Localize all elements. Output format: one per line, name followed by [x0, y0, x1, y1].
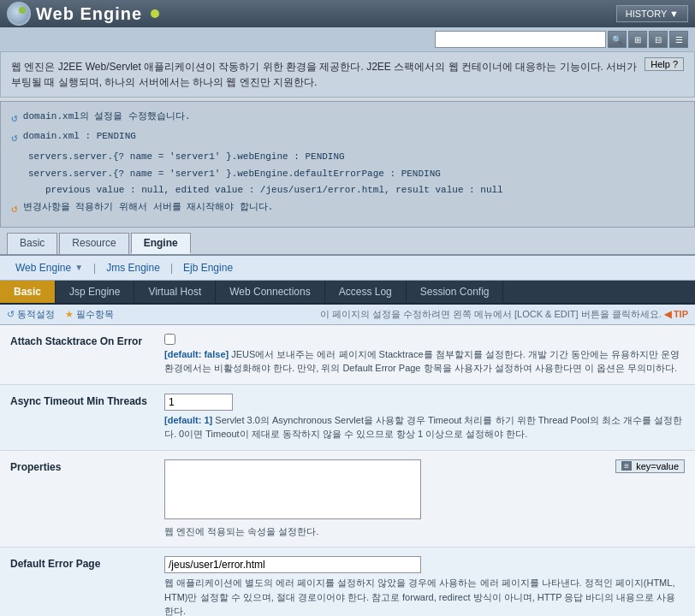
form-row-properties: Properties 웹 엔진에 적용되는 속성을 설정한다. ≡ key=va… — [0, 451, 695, 548]
info-description: 웹 엔진은 J2EE Web/Servlet 애플리케이션이 작동하기 위한 환… — [11, 61, 637, 88]
status-line-4: servers.server.{? name = 'server1' }.web… — [11, 166, 684, 183]
content-default-error-page: 웹 애플리케이션에 별도의 에러 페이지를 설정하지 않았을 경우에 사용하는 … — [164, 556, 685, 616]
status-text-6: 변경사항을 적용하기 위해서 서버를 재시작해야 합니다. — [23, 199, 274, 216]
required-label: 필수항목 — [76, 308, 114, 321]
inner-tabs: Basic Jsp Engine Virtual Host Web Connec… — [0, 281, 695, 305]
kv-icon: ≡ — [621, 461, 632, 471]
required-settings[interactable]: ★ 필수항목 — [65, 308, 114, 321]
settings-info-text: 이 페이지의 설정을 수정하려면 왼쪽 메뉴에서 [LOCK & EDIT] 버… — [320, 309, 662, 319]
status-line-5: previous value : null, edited value : /j… — [11, 182, 684, 199]
async-timeout-input[interactable] — [164, 394, 233, 411]
subnav-web-engine[interactable]: Web Engine ▼ — [7, 259, 92, 276]
tab-engine[interactable]: Engine — [131, 233, 191, 254]
form-row-default-error-page: Default Error Page 웹 애플리케이션에 별도의 에러 페이지를… — [0, 548, 695, 616]
content-attach-stacktrace: [default: false] JEUS에서 보내주는 에러 페이지에 Sta… — [164, 334, 685, 376]
desc-properties: 웹 엔진에 적용되는 속성을 설정한다. — [164, 524, 421, 539]
desc-attach-text: JEUS에서 보내주는 에러 페이지에 Stacktrace를 첨부할지를 설정… — [164, 349, 680, 374]
dynamic-label: 동적설정 — [17, 308, 55, 321]
desc-attach-stacktrace: [default: false] JEUS에서 보내주는 에러 페이지에 Sta… — [164, 347, 685, 376]
status-line-2: ↺ domain.xml : PENDING — [11, 128, 684, 148]
subnav-jms-engine[interactable]: Jms Engine — [98, 259, 169, 276]
default-async: [default: 1] — [164, 415, 212, 425]
tip-label: ◀ TIP — [664, 309, 688, 319]
label-attach-stacktrace: Attach Stacktrace On Error — [10, 334, 164, 347]
dynamic-settings[interactable]: ↺ 동적설정 — [7, 308, 55, 321]
tab-basic[interactable]: Basic — [7, 233, 57, 254]
content-async-timeout: [default: 1] Servlet 3.0의 Asynchronous S… — [164, 394, 685, 441]
status-text-3: servers.server.{? name = 'server1' }.web… — [28, 149, 345, 166]
subnav-ejb-label: Ejb Engine — [183, 262, 233, 274]
form-row-attach-stacktrace: Attach Stacktrace On Error [default: fal… — [0, 325, 695, 385]
desc-async-text: Servlet 3.0의 Asynchronous Servlet을 사용할 경… — [164, 415, 682, 440]
tab-inner-access-log[interactable]: Access Log — [325, 281, 407, 303]
help-button[interactable]: Help ? — [645, 57, 684, 71]
search-bar: 🔍 ⊞ ⊟ ☰ — [0, 27, 695, 51]
tab-inner-session-config[interactable]: Session Config — [407, 281, 504, 303]
top-bar: Web Engine HISTORY ▼ — [0, 0, 695, 27]
history-button[interactable]: HISTORY ▼ — [616, 5, 688, 22]
subnav-jms-label: Jms Engine — [106, 262, 160, 274]
refresh-icon-dynamic: ↺ — [7, 309, 15, 320]
refresh-icon-2: ↺ — [11, 128, 18, 148]
status-text-5: previous value : null, edited value : /j… — [45, 182, 503, 199]
settings-toolbar: ↺ 동적설정 ★ 필수항목 이 페이지의 설정을 수정하려면 왼쪽 메뉴에서 [… — [0, 305, 695, 325]
logo-text: Web Engine — [36, 4, 142, 24]
grid-view-button[interactable]: ⊞ — [628, 31, 647, 48]
tab-resource[interactable]: Resource — [59, 233, 128, 254]
refresh-icon-1: ↺ — [11, 109, 18, 128]
status-box: ↺ domain.xml의 설정을 수정했습니다. ↺ domain.xml :… — [0, 101, 695, 228]
form-row-async-timeout: Async Timeout Min Threads [default: 1] S… — [0, 385, 695, 451]
properties-textarea[interactable] — [164, 459, 421, 519]
label-properties: Properties — [10, 459, 164, 473]
key-value-button[interactable]: ≡ key=value — [615, 459, 685, 473]
logo-icon — [7, 2, 31, 26]
content-properties: 웹 엔진에 적용되는 속성을 설정한다. ≡ key=value — [164, 459, 685, 539]
list-view-button[interactable]: ⊟ — [649, 31, 668, 48]
star-icon: ★ — [65, 309, 74, 320]
settings-right: 이 페이지의 설정을 수정하려면 왼쪽 메뉴에서 [LOCK & EDIT] 버… — [320, 308, 688, 321]
tab-inner-web-connections[interactable]: Web Connections — [216, 281, 325, 303]
label-default-error-page: Default Error Page — [10, 556, 164, 570]
subnav-arrow-1: ▼ — [74, 263, 83, 272]
subnav-web-engine-label: Web Engine — [15, 262, 71, 274]
properties-input-wrap: 웹 엔진에 적용되는 속성을 설정한다. — [164, 459, 421, 539]
desc-default-error-page: 웹 애플리케이션에 별도의 에러 페이지를 설정하지 않았을 경우에 사용하는 … — [164, 576, 685, 616]
subnav-sep-1: | — [92, 262, 98, 274]
attach-stacktrace-checkbox[interactable] — [164, 334, 175, 345]
status-text-2: domain.xml : PENDING — [23, 128, 136, 145]
outer-tabs: Basic Resource Engine — [0, 228, 695, 256]
search-input[interactable] — [435, 31, 606, 48]
menu-button[interactable]: ☰ — [669, 31, 688, 48]
status-line-3: servers.server.{? name = 'server1' }.web… — [11, 149, 684, 166]
tab-inner-basic[interactable]: Basic — [0, 281, 56, 303]
status-text-4: servers.server.{? name = 'server1' }.web… — [28, 166, 441, 183]
content-area: Attach Stacktrace On Error [default: fal… — [0, 325, 695, 616]
desc-async-timeout: [default: 1] Servlet 3.0의 Asynchronous S… — [164, 413, 685, 441]
status-line-6: ↺ 변경사항을 적용하기 위해서 서버를 재시작해야 합니다. — [11, 199, 684, 219]
status-text-1: domain.xml의 설정을 수정했습니다. — [23, 109, 191, 126]
checkbox-wrap — [164, 334, 685, 345]
status-line-1: ↺ domain.xml의 설정을 수정했습니다. — [11, 109, 684, 128]
subnav-ejb-engine[interactable]: Ejb Engine — [175, 259, 241, 276]
label-async-timeout: Async Timeout Min Threads — [10, 394, 164, 407]
subnav-sep-2: | — [169, 262, 175, 274]
default-attach: [default: false] — [164, 349, 229, 359]
sub-nav: Web Engine ▼ | Jms Engine | Ejb Engine — [0, 256, 695, 281]
tab-inner-virtual-host[interactable]: Virtual Host — [134, 281, 216, 303]
kv-btn-wrap: ≡ key=value — [609, 459, 685, 473]
logo-area: Web Engine — [7, 2, 159, 26]
kv-label: key=value — [636, 461, 679, 471]
tab-inner-jsp-engine[interactable]: Jsp Engine — [56, 281, 134, 303]
info-box: Help ? 웹 엔진은 J2EE Web/Servlet 애플리케이션이 작동… — [0, 51, 695, 98]
default-error-page-input[interactable] — [164, 556, 421, 573]
logo-dot — [151, 9, 159, 18]
refresh-icon-3: ↺ — [11, 199, 18, 219]
search-button[interactable]: 🔍 — [608, 31, 627, 48]
settings-left: ↺ 동적설정 ★ 필수항목 — [7, 308, 114, 321]
